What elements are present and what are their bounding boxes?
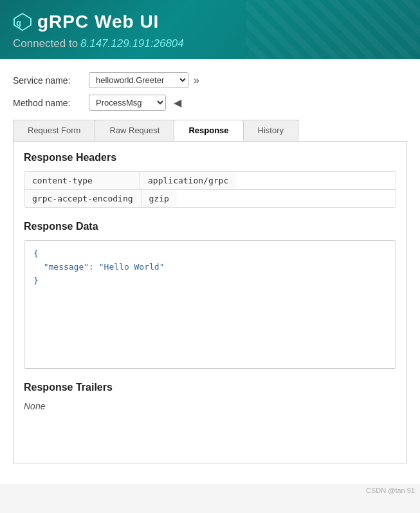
header-row-content-type: content-type application/grpc bbox=[24, 172, 396, 190]
server-address: 8.147.129.191:26804 bbox=[80, 37, 184, 50]
app-header: g gRPC Web UI Connected to 8.147.129.191… bbox=[0, 0, 420, 59]
header-key-content-type: content-type bbox=[24, 172, 140, 189]
method-name-row: Method name: ProcessMsg ◀ bbox=[13, 95, 407, 111]
service-label: Service name: bbox=[13, 75, 84, 86]
service-navigate-icon[interactable]: » bbox=[194, 75, 199, 86]
connection-info: Connected to 8.147.129.191:26804 bbox=[13, 37, 407, 50]
tab-bar: Request Form Raw Request Response Histor… bbox=[13, 120, 407, 142]
response-headers-table: content-type application/grpc grpc-accep… bbox=[24, 171, 396, 208]
tab-response[interactable]: Response bbox=[174, 120, 243, 141]
grpc-logo-icon: g bbox=[13, 12, 32, 32]
header-key-encoding: grpc-accept-encoding bbox=[24, 190, 142, 207]
app-title-row: g gRPC Web UI bbox=[13, 12, 407, 32]
connected-label: Connected to bbox=[13, 37, 78, 50]
service-name-row: Service name: helloworld.Greeter » bbox=[13, 72, 407, 88]
method-back-icon[interactable]: ◀ bbox=[174, 97, 181, 109]
app-name: gRPC Web UI bbox=[37, 12, 159, 32]
method-label: Method name: bbox=[13, 98, 84, 108]
tab-history[interactable]: History bbox=[243, 120, 298, 141]
tab-content-response: Response Headers content-type applicatio… bbox=[13, 142, 407, 463]
tab-raw-request[interactable]: Raw Request bbox=[95, 120, 174, 141]
watermark: CSDN @tan 91 bbox=[0, 484, 420, 497]
main-content: Service name: helloworld.Greeter » Metho… bbox=[0, 59, 420, 484]
response-trailers-value: None bbox=[24, 401, 396, 411]
response-data-title: Response Data bbox=[24, 221, 396, 232]
tab-request-form[interactable]: Request Form bbox=[13, 120, 95, 141]
method-select[interactable]: ProcessMsg bbox=[89, 95, 166, 111]
svg-text:g: g bbox=[16, 18, 21, 28]
response-headers-title: Response Headers bbox=[24, 152, 396, 163]
header-row-encoding: grpc-accept-encoding gzip bbox=[24, 190, 396, 207]
response-data-box: { "message": "Hello World" } bbox=[24, 240, 396, 369]
header-val-encoding: gzip bbox=[142, 190, 177, 207]
response-trailers-title: Response Trailers bbox=[24, 382, 396, 393]
service-select[interactable]: helloworld.Greeter bbox=[89, 72, 188, 88]
header-val-content-type: application/grpc bbox=[140, 172, 236, 189]
